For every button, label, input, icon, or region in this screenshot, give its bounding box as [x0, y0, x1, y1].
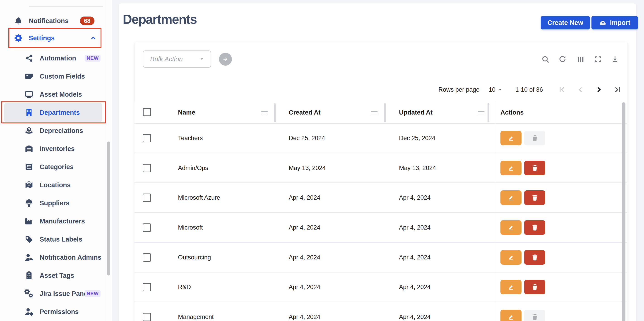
- first-page-icon[interactable]: [558, 85, 566, 94]
- page-title: Departments: [123, 12, 196, 27]
- gear-icon: [14, 34, 23, 42]
- sidebar-item-label: Manufacturers: [40, 212, 85, 230]
- cell-created-at: Apr 4, 2024: [289, 272, 320, 302]
- edit-button[interactable]: [500, 220, 522, 235]
- table-row: Teachers Dec 25, 2024 Dec 25, 2024: [134, 124, 627, 153]
- cell-name: Admin/Ops: [178, 154, 208, 182]
- sidebar-item-inventories[interactable]: Inventories: [0, 140, 106, 158]
- sidebar-item-label: Notification Admins: [40, 248, 102, 266]
- sidebar-item-label: Automation: [40, 49, 76, 67]
- warehouse-icon: [24, 144, 34, 153]
- next-page-icon[interactable]: [594, 85, 604, 94]
- sidebar-item-status-labels[interactable]: Status Labels: [0, 230, 106, 248]
- cell-created-at: Apr 4, 2024: [289, 213, 320, 242]
- delete-button[interactable]: [524, 131, 545, 145]
- factory-icon: [24, 217, 34, 226]
- delete-button[interactable]: [524, 161, 545, 175]
- row-checkbox[interactable]: [143, 194, 151, 202]
- sidebar-item-locations[interactable]: Locations: [0, 176, 106, 194]
- refresh-icon[interactable]: [558, 55, 567, 64]
- sidebar-item-suppliers[interactable]: Suppliers: [0, 194, 106, 212]
- sidebar-item-jira-issue-panel[interactable]: Jira Issue Panel NEW: [0, 284, 106, 303]
- edit-button[interactable]: [500, 250, 522, 265]
- cell-created-at: Apr 4, 2024: [289, 183, 320, 212]
- row-checkbox[interactable]: [143, 164, 151, 172]
- cloud-upload-icon: [599, 19, 607, 27]
- cell-updated-at: Apr 4, 2024: [399, 183, 431, 212]
- parachute-box-icon: [24, 198, 34, 208]
- edit-button[interactable]: [500, 131, 522, 145]
- sidebar-item-notification-admins[interactable]: Notification Admins: [0, 248, 106, 266]
- arrow-right-icon: [222, 56, 229, 63]
- sidebar-item-label: Custom Fields: [40, 67, 85, 85]
- sidebar-item-asset-models[interactable]: Asset Models: [0, 85, 106, 104]
- cell-updated-at: Apr 4, 2024: [399, 213, 431, 242]
- column-resize-handle[interactable]: [261, 112, 268, 116]
- sidebar-item-notifications[interactable]: Notifications 68: [0, 12, 106, 30]
- create-new-label: Create New: [548, 19, 583, 26]
- select-all-checkbox[interactable]: [143, 108, 151, 116]
- cell-name: R&D: [178, 272, 191, 302]
- column-divider-bar: [384, 103, 386, 122]
- sidebar-item-label: Departments: [40, 104, 80, 122]
- list-box-icon: [24, 162, 34, 171]
- edit-button[interactable]: [500, 161, 522, 175]
- sidebar-item-label: Jira Issue Panel: [40, 284, 89, 303]
- column-header-actions: Actions: [500, 102, 524, 123]
- sidebar-scrollbar-track: [106, 0, 106, 321]
- edit-button[interactable]: [500, 280, 522, 294]
- cell-name: Management: [178, 302, 214, 321]
- sidebar-item-permissions[interactable]: Permissions: [0, 303, 106, 321]
- sidebar-item-departments[interactable]: Departments: [0, 104, 106, 122]
- sidebar-item-label: Asset Models: [40, 85, 82, 104]
- previous-page-icon[interactable]: [576, 85, 585, 94]
- column-resize-handle[interactable]: [371, 112, 378, 116]
- column-divider-bar: [274, 103, 276, 122]
- cell-updated-at: Apr 4, 2024: [399, 243, 431, 272]
- sidebar-item-automation[interactable]: Automation NEW: [0, 49, 106, 67]
- user-shield-icon: [24, 307, 34, 316]
- chevron-down-icon[interactable]: [498, 88, 502, 92]
- table-row: R&D Apr 4, 2024 Apr 4, 2024: [134, 272, 627, 302]
- sidebar: Notifications 68 Settings Automation NEW…: [0, 0, 112, 321]
- delete-button[interactable]: [524, 280, 545, 294]
- import-button[interactable]: Import: [592, 16, 638, 30]
- row-checkbox[interactable]: [143, 253, 151, 262]
- chevron-up-icon[interactable]: [90, 34, 97, 42]
- sidebar-item-asset-tags[interactable]: Asset Tags: [0, 266, 106, 284]
- delete-button[interactable]: [524, 190, 545, 205]
- delete-button[interactable]: [524, 310, 545, 321]
- search-icon[interactable]: [541, 55, 550, 64]
- view-columns-icon[interactable]: [576, 55, 585, 64]
- table-row: Microsoft Apr 4, 2024 Apr 4, 2024: [134, 213, 627, 243]
- download-icon[interactable]: [611, 55, 619, 64]
- sidebar-item-categories[interactable]: Categories: [0, 158, 106, 176]
- edit-button[interactable]: [500, 310, 522, 321]
- sidebar-scrollbar-thumb[interactable]: [107, 142, 110, 276]
- column-resize-handle[interactable]: [478, 112, 484, 116]
- fullscreen-icon[interactable]: [594, 55, 602, 64]
- import-label: Import: [610, 19, 630, 26]
- sidebar-item-settings[interactable]: Settings: [0, 29, 106, 47]
- sidebar-item-custom-fields[interactable]: Custom Fields: [0, 67, 106, 85]
- bulk-action-select[interactable]: Bulk Action: [143, 50, 211, 68]
- row-checkbox[interactable]: [143, 283, 151, 291]
- row-checkbox[interactable]: [143, 313, 151, 321]
- delete-button[interactable]: [524, 250, 545, 265]
- cell-created-at: Dec 25, 2024: [289, 124, 325, 152]
- cell-updated-at: Apr 4, 2024: [399, 302, 431, 321]
- user-badge-icon: [24, 253, 34, 262]
- create-new-button[interactable]: Create New: [541, 16, 590, 30]
- edit-button[interactable]: [500, 190, 522, 205]
- sidebar-item-depreciations[interactable]: $ Depreciations: [0, 122, 106, 140]
- row-checkbox[interactable]: [143, 134, 151, 142]
- sidebar-item-manufacturers[interactable]: Manufacturers: [0, 212, 106, 230]
- cell-created-at: Apr 4, 2024: [289, 302, 320, 321]
- row-checkbox[interactable]: [143, 224, 151, 232]
- delete-button[interactable]: [524, 220, 545, 235]
- sidebar-item-label: Status Labels: [40, 230, 82, 248]
- last-page-icon[interactable]: [613, 85, 622, 94]
- apply-bulk-action-button[interactable]: [219, 53, 232, 66]
- rows-per-page-value[interactable]: 10: [489, 85, 496, 94]
- table-scrollbar-thumb[interactable]: [622, 102, 626, 321]
